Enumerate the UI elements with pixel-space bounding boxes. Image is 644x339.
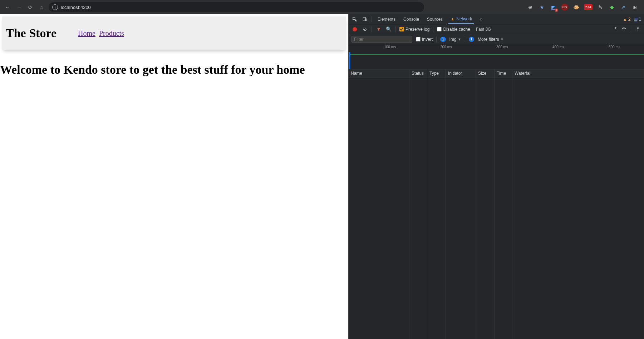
message-count[interactable]: 1 (639, 17, 641, 22)
timeline-tick: 500 ms (609, 45, 620, 49)
extensions-puzzle-icon[interactable]: ⊞ (631, 4, 638, 11)
extension-badge-icon[interactable]: 7.51 (584, 4, 593, 10)
network-table-header: Name Status Type Initiator Size Time Wat… (349, 69, 644, 78)
nav-forward-button[interactable]: → (14, 3, 24, 12)
warning-triangle-icon: ▲ (451, 17, 454, 21)
timeline-tick: 100 ms (384, 45, 396, 49)
timeline-load-line (349, 54, 644, 55)
toolbar-right-icons: ⊕ ★ ◩1 uD 🐵 7.51 ✎ ◆ ⇗ ⊞ (527, 4, 641, 11)
devtools-panel: Elements Console Sources ▲ Network » ▲ 2… (348, 14, 644, 339)
more-filters-label: More filters (478, 37, 499, 42)
site-info-icon[interactable]: i (52, 4, 58, 10)
devtools-tabs-row: Elements Console Sources ▲ Network » ▲ 2… (349, 14, 644, 24)
timeline-tick: 200 ms (440, 45, 452, 49)
warning-count-icon: ▲ (623, 17, 627, 22)
disable-cache-label: Disable cache (443, 27, 470, 32)
filter-badge-2: 1 (469, 37, 475, 42)
throttling-chevron-icon[interactable]: ▼ (614, 26, 617, 33)
timeline-tick: 400 ms (552, 45, 564, 49)
site-nav: Home Products (78, 29, 126, 38)
timeline-selection-edge[interactable] (349, 52, 350, 69)
disable-cache-checkbox[interactable]: Disable cache (437, 27, 470, 32)
ublock-icon[interactable]: uD (561, 4, 568, 11)
eyedropper-icon[interactable]: ✎ (597, 4, 604, 11)
preserve-log-checkbox[interactable]: Preserve log (399, 27, 429, 32)
col-type[interactable]: Type (427, 69, 446, 78)
message-count-icon: ▤ (634, 17, 638, 22)
site-title: The Store (6, 26, 56, 40)
filter-input[interactable] (352, 36, 412, 43)
throttling-label: Fast 3G (476, 27, 491, 32)
col-size[interactable]: Size (476, 69, 495, 78)
device-toggle-icon[interactable] (362, 16, 368, 23)
zoom-icon[interactable]: ⊕ (527, 4, 534, 11)
network-conditions-icon[interactable] (621, 26, 627, 33)
network-toolbar: ⊘ ▼ 🔍 Preserve log Disable cache Fast 3G… (349, 24, 644, 34)
col-initiator[interactable]: Initiator (446, 69, 476, 78)
filter-type-img-label: Img (449, 37, 457, 42)
tab-sources[interactable]: Sources (425, 15, 445, 23)
share-icon[interactable]: ⇗ (620, 4, 627, 11)
invert-label: Invert (422, 37, 433, 42)
col-name[interactable]: Name (349, 69, 409, 78)
tab-network[interactable]: ▲ Network (448, 15, 474, 24)
tab-elements[interactable]: Elements (375, 15, 398, 23)
svg-rect-0 (353, 17, 355, 19)
more-tabs-icon[interactable]: » (478, 16, 484, 23)
webpage-viewport: The Store Home Products Welcome to Kendo… (0, 14, 348, 339)
network-table: Name Status Type Initiator Size Time Wat… (349, 69, 644, 339)
extension-icon-monkey[interactable]: 🐵 (572, 4, 580, 11)
col-status[interactable]: Status (409, 69, 427, 78)
nav-home-button[interactable]: ⌂ (37, 3, 46, 12)
search-icon[interactable]: 🔍 (385, 26, 392, 33)
col-time[interactable]: Time (495, 69, 512, 78)
filter-toggle-icon[interactable]: ▼ (375, 26, 382, 33)
filter-badge-1: 1 (440, 37, 446, 42)
tab-console[interactable]: Console (401, 15, 421, 23)
throttling-select[interactable]: Fast 3G (474, 25, 493, 33)
filter-type-img[interactable]: Img ▼ (449, 37, 461, 42)
nav-link-products[interactable]: Products (99, 29, 124, 37)
bookmark-star-icon[interactable]: ★ (538, 4, 545, 11)
tab-network-label: Network (456, 16, 472, 21)
network-table-body (349, 78, 644, 339)
record-button[interactable] (352, 26, 358, 33)
url-text: localhost:4200 (61, 5, 91, 10)
page-heading: Welcome to Kendo store to get the best s… (0, 52, 348, 78)
inspect-element-icon[interactable] (352, 16, 358, 23)
network-filter-row: Invert 1 Img ▼ 1 More filters ▼ (349, 34, 644, 44)
extension-icon-1[interactable]: ◩1 (550, 4, 557, 11)
nav-reload-button[interactable]: ⟳ (26, 3, 35, 12)
timeline-tick: 300 ms (496, 45, 508, 49)
clear-button[interactable]: ⊘ (362, 26, 368, 33)
invert-checkbox[interactable]: Invert (416, 37, 433, 42)
browser-toolbar: ← → ⟳ ⌂ i localhost:4200 ⊕ ★ ◩1 uD 🐵 7.5… (0, 0, 644, 14)
extension-icon-green[interactable]: ◆ (608, 4, 615, 11)
col-waterfall[interactable]: Waterfall (512, 69, 644, 78)
import-har-icon[interactable]: ⭱ (635, 26, 641, 33)
more-filters-chevron-icon: ▼ (500, 38, 503, 41)
nav-back-button[interactable]: ← (3, 3, 12, 12)
network-timeline[interactable]: 100 ms 200 ms 300 ms 400 ms 500 ms (349, 44, 644, 69)
address-bar[interactable]: i localhost:4200 (49, 2, 424, 12)
img-chevron-icon: ▼ (458, 38, 461, 41)
site-header: The Store Home Products (2, 16, 346, 50)
preserve-log-label: Preserve log (405, 27, 429, 32)
more-filters-button[interactable]: More filters ▼ (478, 37, 503, 42)
warning-count[interactable]: 2 (628, 17, 631, 22)
nav-link-home[interactable]: Home (78, 29, 95, 37)
